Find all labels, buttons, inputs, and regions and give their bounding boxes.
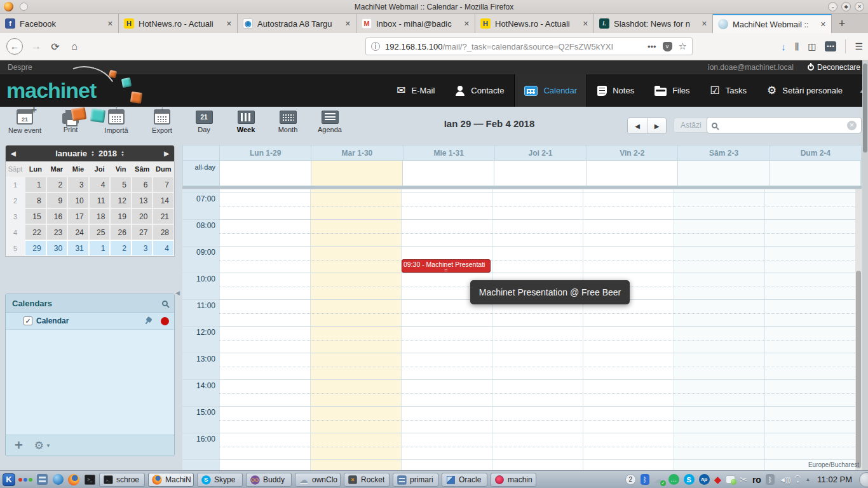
mini-cal-day[interactable]: 27 [132, 224, 153, 240]
browser-tab[interactable]: f Facebook ✕ [0, 14, 119, 33]
all-day-cell[interactable] [220, 161, 311, 186]
back-button[interactable]: ← [6, 38, 23, 55]
calendar-event[interactable]: 09:30 - Machinet Presentati [402, 259, 491, 273]
mini-cal-day[interactable]: 12 [110, 193, 132, 208]
tray-expand-icon[interactable]: ▲ [805, 477, 810, 482]
taskbar-window-button[interactable]: × Rocket [344, 473, 390, 487]
next-week-button[interactable]: ▶ [647, 118, 666, 133]
mini-cal-day[interactable]: 23 [46, 224, 68, 240]
taskbar-window-button[interactable]: primari [393, 473, 438, 487]
kde-menu-icon[interactable]: K [3, 473, 15, 486]
mini-cal-day[interactable]: 28 [153, 224, 174, 240]
mini-cal-day[interactable]: 4 [153, 240, 174, 256]
day-column-header[interactable]: Mar 1-30 [311, 146, 403, 160]
volume-icon[interactable]: ◄))) [779, 476, 790, 484]
wifi-icon[interactable]: ◠● [795, 475, 801, 484]
taskbar-window-button[interactable]: >_ schroe [99, 473, 145, 487]
url-bar[interactable]: i 192.168.15.100 /mail/?_task=calendar&s… [365, 37, 693, 55]
search-box[interactable]: ✕ [707, 117, 862, 133]
maximize-button[interactable]: ◆ [841, 2, 851, 11]
logout-link[interactable]: Deconectare [808, 63, 860, 72]
bookmark-star-icon[interactable]: ☆ [679, 41, 687, 52]
month-spinner-icon[interactable]: ▲▼ [91, 151, 95, 157]
tab-close-icon[interactable]: ✕ [107, 20, 113, 28]
chat-icon[interactable]: … [668, 474, 679, 485]
nav-item-contacte[interactable]: Contacte [445, 74, 514, 107]
hamburger-menu-icon[interactable]: ☰ [855, 41, 863, 51]
mini-cal-day[interactable]: 24 [67, 224, 89, 240]
pocket-icon[interactable]: v [663, 42, 672, 51]
tab-close-icon[interactable]: ✕ [820, 20, 826, 29]
clear-search-icon[interactable]: ✕ [847, 121, 857, 130]
tab-close-icon[interactable]: ✕ [464, 20, 470, 28]
nav-item-calendar[interactable]: Calendar [514, 74, 587, 107]
library-icon[interactable]: ⫼ [795, 41, 799, 52]
sidebar-icon[interactable]: ◫ [808, 41, 816, 51]
tab-close-icon[interactable]: ✕ [583, 20, 588, 28]
mini-cal-day[interactable]: 20 [132, 208, 153, 224]
machinet-logo[interactable]: machinet [6, 78, 96, 103]
mini-cal-day[interactable]: 17 [67, 208, 89, 224]
downloads-icon[interactable]: ↓ [781, 41, 786, 52]
prev-month-icon[interactable]: ◀ [11, 150, 16, 157]
all-day-cell[interactable] [770, 161, 861, 186]
mini-cal-day[interactable]: 15 [25, 208, 46, 224]
mini-cal-day[interactable]: 11 [89, 193, 111, 208]
diamond-icon[interactable]: ◆ [714, 474, 722, 485]
minimize-button[interactable]: ⌄ [828, 2, 837, 11]
all-day-cell[interactable] [403, 161, 494, 186]
mini-cal-day[interactable]: 3 [67, 177, 89, 193]
taskbar-window-button[interactable]: S Skype [197, 473, 243, 487]
browser-tab[interactable]: MachiNet Webmail :: ✕ [713, 14, 832, 33]
year-spinner-icon[interactable]: ▲▼ [121, 151, 125, 157]
mini-cal-day[interactable]: 25 [89, 224, 111, 240]
taskbar-window-button[interactable]: machin [491, 473, 536, 487]
taskbar-window-button[interactable]: ʘʘ Buddy [246, 473, 292, 487]
mini-cal-day[interactable]: 26 [110, 224, 132, 240]
mini-cal-day[interactable]: 30 [46, 240, 68, 256]
taskbar-window-button[interactable]: ☁ ownClo [295, 473, 341, 487]
week-view-scrollbar-thumb[interactable] [856, 271, 861, 468]
home-button[interactable]: ⌂ [65, 41, 84, 52]
clock[interactable]: 11:02 PM [817, 475, 852, 484]
mini-cal-day[interactable]: 10 [67, 193, 89, 208]
mini-cal-day[interactable]: 14 [153, 193, 174, 208]
day-column-header[interactable]: Joi 2-1 [495, 146, 587, 160]
skype-tray-icon[interactable]: S [684, 474, 695, 485]
action-export[interactable]: ↓ Export [142, 109, 182, 134]
nav-item-tasks[interactable]: ☑ Tasks [700, 74, 757, 107]
view-tab-week[interactable]: Week [229, 111, 262, 133]
browser-tab[interactable]: M Inbox - mihai@badic ✕ [356, 14, 475, 33]
taskbar-window-button[interactable]: Oracle [442, 473, 487, 487]
mini-cal-day[interactable]: 1 [25, 177, 46, 193]
prev-week-button[interactable]: ◀ [628, 118, 647, 133]
mini-cal-day[interactable]: 4 [89, 177, 111, 193]
tab-close-icon[interactable]: ✕ [702, 20, 707, 28]
reload-button[interactable]: ⟳ [46, 41, 65, 53]
mini-cal-day[interactable]: 29 [25, 240, 46, 256]
calendar-color-dot[interactable] [161, 317, 169, 325]
view-tab-agenda[interactable]: Agenda [313, 111, 346, 133]
nav-item-notes[interactable]: Notes [587, 74, 644, 107]
all-day-cell[interactable] [678, 161, 770, 186]
today-button[interactable]: Astăzi [674, 118, 709, 133]
calendar-settings-button[interactable]: ⚙▼ [34, 439, 51, 452]
mini-cal-day[interactable]: 8 [25, 193, 46, 208]
calendar-search-icon[interactable] [162, 301, 168, 306]
close-button[interactable]: ✕ [855, 2, 864, 11]
about-link[interactable]: Despre [8, 63, 32, 72]
browser-tab[interactable]: ◉ Autostrada A8 Targu ✕ [238, 14, 356, 33]
mini-calendar-month[interactable]: Ianuarie [55, 149, 87, 158]
browser-tab[interactable]: H HotNews.ro - Actuali ✕ [119, 14, 238, 33]
mini-cal-day[interactable]: 1 [89, 240, 111, 256]
scissors-icon[interactable]: ✂ [740, 474, 748, 485]
forward-button[interactable]: → [27, 41, 46, 52]
day-column-header[interactable]: Vin 2-2 [587, 146, 678, 160]
mini-cal-day[interactable]: 21 [153, 208, 174, 224]
mini-cal-day[interactable]: 5 [110, 177, 132, 193]
mini-cal-day[interactable]: 3 [132, 240, 153, 256]
browser-tab[interactable]: H HotNews.ro - Actuali ✕ [475, 14, 594, 33]
cloud-sync-icon[interactable]: ☁ [654, 473, 664, 485]
workspace-indicator[interactable]: 2 [625, 474, 636, 485]
view-tab-month[interactable]: Month [271, 111, 304, 133]
